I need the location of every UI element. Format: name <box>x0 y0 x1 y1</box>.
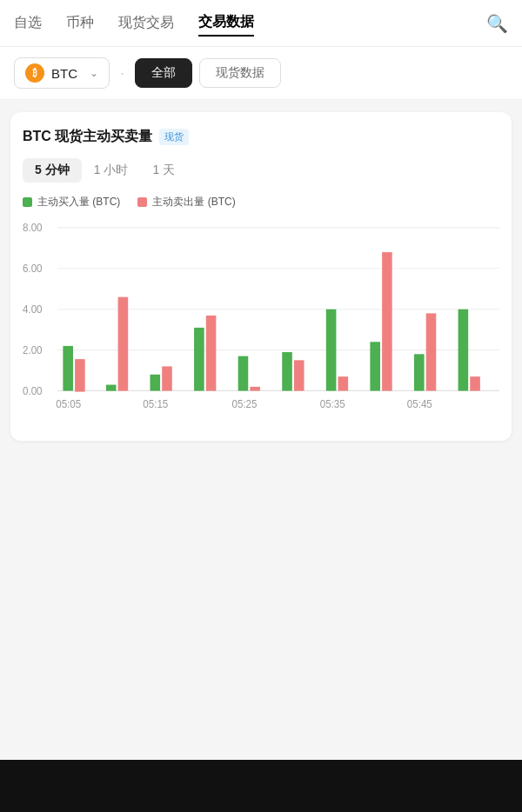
spot-badge: 现货 <box>159 129 189 145</box>
bar <box>470 376 480 390</box>
bar <box>206 316 217 391</box>
bar <box>426 313 437 390</box>
svg-text:05:45: 05:45 <box>407 398 432 409</box>
legend-sell-label: 主动卖出量 (BTC) <box>152 195 235 210</box>
coin-name: BTC <box>51 66 83 81</box>
legend-sell-dot <box>137 197 147 207</box>
bar <box>250 387 260 391</box>
top-nav: 自选 币种 现货交易 交易数据 🔍 <box>0 0 522 47</box>
nav-item-trade-data[interactable]: 交易数据 <box>198 10 254 37</box>
card-title-row: BTC 现货主动买卖量 现货 <box>23 128 499 146</box>
chevron-down-icon: ⌄ <box>90 67 98 79</box>
svg-text:05:05: 05:05 <box>56 398 81 409</box>
search-icon[interactable]: 🔍 <box>486 13 508 34</box>
svg-text:8.00: 8.00 <box>23 222 43 233</box>
bar <box>382 252 392 390</box>
bar <box>282 352 292 391</box>
bar <box>162 366 172 390</box>
bar <box>326 309 337 391</box>
svg-text:05:35: 05:35 <box>320 398 345 409</box>
bar <box>106 385 117 391</box>
bar <box>63 346 73 391</box>
bar <box>458 309 469 391</box>
legend-buy: 主动买入量 (BTC) <box>23 195 120 210</box>
filter-all-button[interactable]: 全部 <box>135 58 192 88</box>
bar <box>194 328 204 391</box>
btc-icon: ₿ <box>25 63 44 83</box>
divider: · <box>120 64 124 83</box>
bar <box>414 354 425 390</box>
legend-buy-label: 主动买入量 (BTC) <box>37 195 120 210</box>
nav-item-watchlist[interactable]: 自选 <box>14 10 42 36</box>
filter-spot-button[interactable]: 现货数据 <box>199 58 281 88</box>
svg-text:2.00: 2.00 <box>23 344 43 356</box>
nav-items: 自选 币种 现货交易 交易数据 <box>14 10 486 37</box>
svg-text:05:15: 05:15 <box>143 398 168 409</box>
legend-buy-dot <box>23 197 32 207</box>
toolbar: ₿ BTC ⌄ · 全部 现货数据 <box>0 47 522 100</box>
card-title: BTC 现货主动买卖量 <box>23 128 152 146</box>
bar <box>75 359 85 392</box>
svg-text:6.00: 6.00 <box>23 263 43 274</box>
legend-sell: 主动卖出量 (BTC) <box>137 195 235 210</box>
chart-area: 8.00 6.00 4.00 2.00 0.00 <box>23 218 499 427</box>
bar <box>238 356 249 391</box>
chart-card: BTC 现货主动买卖量 现货 5 分钟 1 小时 1 天 主动买入量 (BTC)… <box>10 112 512 441</box>
time-tab-1d[interactable]: 1 天 <box>140 158 187 183</box>
nav-item-coins[interactable]: 币种 <box>66 10 94 36</box>
bar <box>294 360 304 390</box>
bar <box>118 297 129 391</box>
time-tab-5min[interactable]: 5 分钟 <box>23 158 82 183</box>
nav-item-spot-trade[interactable]: 现货交易 <box>118 10 174 36</box>
filter-buttons: 全部 现货数据 <box>135 58 281 88</box>
chart-svg: 8.00 6.00 4.00 2.00 0.00 <box>23 218 499 427</box>
time-tab-1h[interactable]: 1 小时 <box>82 158 141 183</box>
time-tabs: 5 分钟 1 小时 1 天 <box>23 158 499 183</box>
svg-text:4.00: 4.00 <box>23 303 43 315</box>
svg-text:0.00: 0.00 <box>23 385 43 396</box>
bottom-bar <box>0 760 522 812</box>
chart-legend: 主动买入量 (BTC) 主动卖出量 (BTC) <box>23 195 499 210</box>
bar <box>338 376 349 390</box>
bar <box>370 342 380 390</box>
bar <box>150 375 160 391</box>
coin-selector[interactable]: ₿ BTC ⌄ <box>14 57 110 89</box>
main-content: BTC 现货主动买卖量 现货 5 分钟 1 小时 1 天 主动买入量 (BTC)… <box>0 100 522 453</box>
svg-text:05:25: 05:25 <box>232 398 258 409</box>
